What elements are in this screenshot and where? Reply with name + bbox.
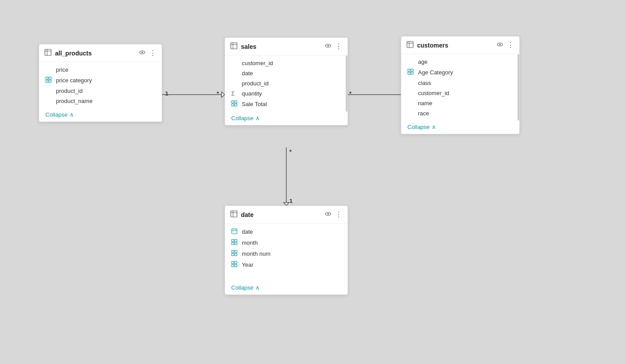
svg-rect-26 (235, 104, 237, 106)
list-item: product_id (225, 78, 348, 88)
svg-rect-49 (232, 250, 234, 253)
svg-rect-53 (232, 261, 234, 264)
svg-rect-27 (407, 41, 413, 48)
date-collapse[interactable]: Collapse ∧ (225, 282, 348, 294)
list-item: customer_id (225, 58, 348, 68)
svg-rect-46 (235, 239, 237, 242)
svg-rect-25 (232, 104, 234, 106)
customers-dots-icon[interactable]: ⋮ (507, 42, 514, 49)
all-products-eye-icon[interactable] (139, 49, 146, 57)
svg-rect-15 (49, 77, 51, 79)
cardinality-date-1: 1 (289, 198, 292, 204)
date-dots-icon[interactable]: ⋮ (335, 211, 342, 218)
svg-rect-55 (232, 265, 234, 267)
svg-rect-48 (235, 243, 237, 245)
svg-rect-34 (408, 72, 410, 74)
date-title: date (241, 211, 321, 218)
field-date: date (242, 228, 253, 235)
svg-rect-23 (232, 101, 234, 103)
date-table-icon (230, 210, 237, 219)
customers-body: age Age Category class customer_id name (401, 54, 519, 121)
list-item: race (401, 108, 519, 118)
field-icon-grid (231, 100, 238, 108)
field-month-num: month num (242, 250, 270, 257)
field-date: date (242, 70, 253, 77)
customers-table-icon (407, 41, 414, 49)
date-actions: ⋮ (325, 210, 342, 219)
date-body: date month month num Year (225, 224, 348, 273)
all-products-collapse[interactable]: Collapse ∧ (39, 109, 162, 121)
customers-actions: ⋮ (496, 41, 514, 49)
sales-header: sales ⋮ (225, 38, 348, 55)
list-item: month (225, 237, 348, 248)
svg-rect-56 (235, 265, 237, 267)
list-item: product_name (39, 96, 162, 106)
customers-eye-icon[interactable] (496, 41, 503, 49)
customers-scrollbar[interactable] (518, 54, 519, 121)
field-year: Year (242, 261, 253, 268)
svg-rect-32 (408, 69, 410, 71)
svg-rect-16 (46, 80, 48, 82)
svg-rect-41 (232, 229, 237, 234)
sales-actions: ⋮ (325, 42, 342, 51)
field-month: month (242, 239, 258, 246)
collapse-label: Collapse (45, 111, 68, 118)
svg-point-40 (327, 213, 329, 215)
field-product-id: product_id (56, 88, 83, 94)
collapse-icon: ∧ (432, 124, 436, 130)
customers-collapse[interactable]: Collapse ∧ (401, 121, 519, 134)
all-products-title: all_products (55, 50, 135, 57)
svg-point-22 (327, 45, 329, 47)
field-age-category: Age Category (418, 69, 453, 76)
date-eye-icon[interactable] (325, 210, 332, 219)
field-age: age (418, 59, 428, 65)
all-products-header: all_products ⋮ (39, 44, 162, 62)
svg-marker-6 (222, 92, 225, 97)
field-icon-grid (407, 69, 414, 76)
sales-eye-icon[interactable] (325, 42, 332, 51)
collapse-label: Collapse (231, 284, 254, 291)
cardinality-sales-star-right: * (349, 90, 351, 97)
list-item: customer_id (401, 88, 519, 98)
all-products-dots-icon[interactable]: ⋮ (149, 50, 156, 57)
svg-marker-8 (284, 202, 289, 206)
customers-title: customers (417, 42, 493, 49)
svg-rect-9 (45, 49, 51, 55)
sales-table-icon (230, 42, 237, 51)
cardinality-sales-star-left: * (217, 90, 219, 97)
table-date: date ⋮ date (225, 206, 348, 295)
field-price: price (56, 66, 68, 73)
table-customers: customers ⋮ age Age Category clas (401, 36, 520, 134)
svg-rect-18 (231, 43, 237, 49)
svg-point-31 (499, 44, 501, 45)
svg-rect-52 (235, 254, 237, 256)
svg-rect-51 (232, 254, 234, 256)
customers-header: customers ⋮ (401, 37, 519, 54)
list-item: month num (225, 248, 348, 259)
list-item: product_id (39, 86, 162, 96)
field-class: class (418, 80, 431, 86)
sales-collapse[interactable]: Collapse ∧ (225, 112, 348, 125)
list-item: Age Category (401, 67, 519, 78)
svg-rect-54 (235, 261, 237, 264)
field-customer-id: customer_id (242, 60, 273, 66)
all-products-body: price price category product_id product_… (39, 62, 162, 109)
diagram-canvas: 1 * * 1 * 1 all_products ⋮ (0, 0, 625, 364)
svg-rect-50 (235, 250, 237, 253)
field-icon-sigma: Σ (231, 90, 238, 97)
field-icon-calendar (231, 228, 238, 235)
svg-point-13 (141, 51, 143, 53)
field-icon-grid (231, 261, 238, 268)
sales-scrollbar[interactable] (346, 55, 348, 112)
collapse-icon: ∧ (70, 111, 74, 118)
svg-rect-36 (231, 211, 237, 217)
list-item: price (39, 65, 162, 75)
list-item: Σ quantity (225, 88, 348, 99)
collapse-icon: ∧ (255, 115, 260, 121)
svg-rect-47 (232, 243, 234, 245)
list-item: name (401, 98, 519, 108)
list-item: date (225, 68, 348, 78)
sales-dots-icon[interactable]: ⋮ (335, 43, 342, 50)
sales-title: sales (241, 43, 321, 50)
list-item: date (225, 226, 348, 237)
